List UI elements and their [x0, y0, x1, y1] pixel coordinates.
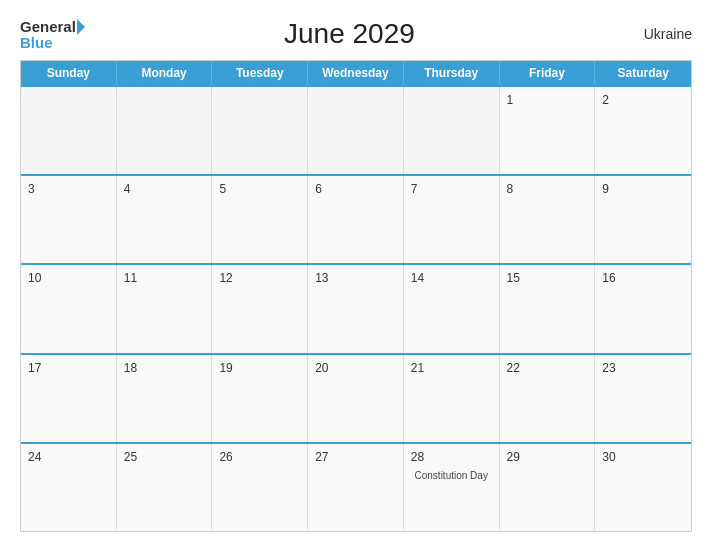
calendar-cell: 17	[21, 355, 117, 442]
logo-general: General	[20, 19, 76, 34]
day-number: 30	[602, 449, 684, 466]
day-number: 10	[28, 270, 109, 287]
calendar-cell: 19	[212, 355, 308, 442]
day-number: 26	[219, 449, 300, 466]
header-day-wednesday: Wednesday	[308, 61, 404, 85]
day-number: 11	[124, 270, 205, 287]
day-number: 14	[411, 270, 492, 287]
day-number: 1	[507, 92, 588, 109]
calendar-cell: 25	[117, 444, 213, 531]
day-number: 28	[411, 449, 492, 466]
day-number: 4	[124, 181, 205, 198]
calendar-cell: 29	[500, 444, 596, 531]
calendar-header: SundayMondayTuesdayWednesdayThursdayFrid…	[21, 61, 691, 85]
day-event: Constitution Day	[411, 469, 492, 482]
calendar-cell	[21, 87, 117, 174]
calendar-cell: 18	[117, 355, 213, 442]
day-number: 18	[124, 360, 205, 377]
calendar-week-4: 17181920212223	[21, 353, 691, 442]
calendar-cell: 23	[595, 355, 691, 442]
calendar-cell: 28Constitution Day	[404, 444, 500, 531]
calendar-week-1: 12	[21, 85, 691, 174]
page-header: General Blue June 2029 Ukraine	[20, 18, 692, 50]
day-number: 2	[602, 92, 684, 109]
calendar-cell: 30	[595, 444, 691, 531]
calendar-cell: 27	[308, 444, 404, 531]
header-day-sunday: Sunday	[21, 61, 117, 85]
day-number: 25	[124, 449, 205, 466]
calendar-cell: 15	[500, 265, 596, 352]
calendar-cell: 2	[595, 87, 691, 174]
calendar-cell: 1	[500, 87, 596, 174]
calendar-cell	[404, 87, 500, 174]
day-number: 23	[602, 360, 684, 377]
calendar-grid: SundayMondayTuesdayWednesdayThursdayFrid…	[20, 60, 692, 532]
calendar-cell: 14	[404, 265, 500, 352]
calendar-week-3: 10111213141516	[21, 263, 691, 352]
day-number: 7	[411, 181, 492, 198]
header-day-friday: Friday	[500, 61, 596, 85]
calendar-cell: 13	[308, 265, 404, 352]
day-number: 20	[315, 360, 396, 377]
day-number: 16	[602, 270, 684, 287]
day-number: 13	[315, 270, 396, 287]
calendar-cell: 22	[500, 355, 596, 442]
header-day-tuesday: Tuesday	[212, 61, 308, 85]
calendar-week-2: 3456789	[21, 174, 691, 263]
day-number: 27	[315, 449, 396, 466]
calendar-cell: 10	[21, 265, 117, 352]
day-number: 29	[507, 449, 588, 466]
day-number: 3	[28, 181, 109, 198]
calendar-page: General Blue June 2029 Ukraine SundayMon…	[0, 0, 712, 550]
day-number: 24	[28, 449, 109, 466]
day-number: 8	[507, 181, 588, 198]
logo: General Blue	[20, 19, 87, 50]
calendar-cell: 6	[308, 176, 404, 263]
calendar-cell: 16	[595, 265, 691, 352]
header-day-monday: Monday	[117, 61, 213, 85]
day-number: 12	[219, 270, 300, 287]
calendar-body: 1234567891011121314151617181920212223242…	[21, 85, 691, 531]
calendar-cell: 3	[21, 176, 117, 263]
calendar-cell	[117, 87, 213, 174]
calendar-cell: 24	[21, 444, 117, 531]
day-number: 15	[507, 270, 588, 287]
page-title: June 2029	[87, 18, 612, 50]
calendar-cell: 26	[212, 444, 308, 531]
day-number: 19	[219, 360, 300, 377]
day-number: 21	[411, 360, 492, 377]
calendar-cell	[308, 87, 404, 174]
header-day-thursday: Thursday	[404, 61, 500, 85]
calendar-cell: 11	[117, 265, 213, 352]
calendar-cell: 7	[404, 176, 500, 263]
calendar-cell: 5	[212, 176, 308, 263]
day-number: 17	[28, 360, 109, 377]
calendar-cell: 9	[595, 176, 691, 263]
day-number: 9	[602, 181, 684, 198]
logo-blue: Blue	[20, 35, 53, 50]
calendar-cell: 21	[404, 355, 500, 442]
logo-triangle-icon	[77, 19, 85, 35]
country-label: Ukraine	[612, 26, 692, 42]
calendar-cell: 8	[500, 176, 596, 263]
calendar-cell: 12	[212, 265, 308, 352]
day-number: 22	[507, 360, 588, 377]
calendar-cell: 4	[117, 176, 213, 263]
calendar-cell	[212, 87, 308, 174]
day-number: 6	[315, 181, 396, 198]
calendar-cell: 20	[308, 355, 404, 442]
header-day-saturday: Saturday	[595, 61, 691, 85]
calendar-week-5: 2425262728Constitution Day2930	[21, 442, 691, 531]
day-number: 5	[219, 181, 300, 198]
